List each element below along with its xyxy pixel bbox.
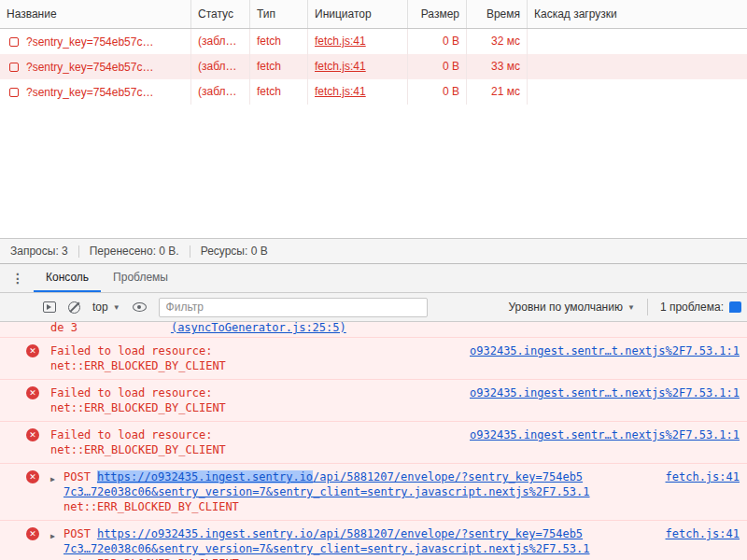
issues-counter[interactable]: 1 проблема: bbox=[660, 301, 741, 314]
request-time: 32 мс bbox=[467, 29, 528, 54]
context-selector[interactable]: top ▼ bbox=[92, 301, 120, 314]
expand-icon[interactable]: ▶ bbox=[50, 529, 55, 544]
tab-console-label: Консоль bbox=[46, 271, 89, 284]
error-text: ▶POSThttps://o932435.ingest.sentry.io/ap… bbox=[50, 469, 655, 514]
error-line: net::ERR_BLOCKED_BY_CLIENT bbox=[50, 359, 226, 372]
error-line: net::ERR_BLOCKED_BY_CLIENT bbox=[50, 401, 226, 414]
expand-icon[interactable]: ▶ bbox=[50, 472, 55, 487]
request-name: ?sentry_key=754eb57c… bbox=[0, 79, 191, 105]
blocked-request-icon bbox=[9, 37, 19, 47]
issues-counter-label: 1 проблема: bbox=[660, 301, 724, 314]
tab-issues-label: Проблемы bbox=[113, 271, 168, 284]
column-header-time[interactable]: Время bbox=[467, 0, 528, 28]
request-name: ?sentry_key=754eb57c… bbox=[0, 54, 191, 79]
error-icon: ✕ bbox=[26, 428, 39, 441]
column-header-name[interactable]: Название bbox=[0, 0, 191, 28]
request-initiator-link[interactable]: fetch.js:41 bbox=[315, 60, 366, 73]
console-filter-input[interactable] bbox=[159, 298, 428, 317]
error-line: Failed to load resource: bbox=[50, 344, 212, 357]
request-type: fetch bbox=[250, 79, 308, 105]
summary-requests: Запросы: 3 bbox=[0, 245, 79, 258]
network-summary-bar: Запросы: 3 Перенесено: 0 B. Ресурсы: 0 B bbox=[0, 238, 747, 263]
network-request-row[interactable]: ?sentry_key=754eb57c… (забл… fetch fetch… bbox=[0, 79, 747, 105]
request-method: POST bbox=[63, 470, 91, 483]
request-name-text: ?sentry_key=754eb57c… bbox=[26, 30, 153, 54]
clear-console-icon[interactable] bbox=[68, 301, 80, 314]
log-levels-label: Уровни по умолчанию bbox=[508, 301, 623, 314]
blocked-request-icon bbox=[9, 63, 19, 72]
request-name-text: ?sentry_key=754eb57c… bbox=[26, 55, 153, 79]
error-icon: ✕ bbox=[26, 527, 39, 540]
column-header-status[interactable]: Статус bbox=[191, 0, 250, 28]
request-size: 0 B bbox=[408, 29, 467, 54]
url-rest: /api/5881207/envelope/?sentry_key=754eb5 bbox=[313, 470, 583, 483]
error-text: ▶POSThttps://o932435.ingest.sentry.io/ap… bbox=[50, 526, 655, 560]
console-error-message: ✕ Failed to load resource: net::ERR_BLOC… bbox=[0, 422, 747, 464]
request-status: (забл… bbox=[191, 79, 250, 105]
network-request-row[interactable]: ?sentry_key=754eb57c… (забл… fetch fetch… bbox=[0, 29, 747, 54]
source-link[interactable]: fetch.js:41 bbox=[666, 526, 740, 541]
request-url-link[interactable]: https://o932435.ingest.sentry.io/api/588… bbox=[97, 527, 583, 540]
context-selector-label: top bbox=[92, 301, 108, 314]
request-status: (забл… bbox=[191, 54, 250, 79]
request-method: POST bbox=[63, 527, 91, 540]
issues-icon bbox=[729, 301, 741, 313]
chevron-down-icon: ▼ bbox=[627, 303, 635, 312]
network-request-row[interactable]: ?sentry_key=754eb57c… (забл… fetch fetch… bbox=[0, 54, 747, 79]
error-text: Failed to load resource: net::ERR_BLOCKE… bbox=[50, 385, 458, 415]
source-link[interactable]: o932435.ingest.sentr…t.nextjs%2F7.53.1:1 bbox=[470, 343, 740, 358]
tab-console[interactable]: Консоль bbox=[34, 264, 101, 292]
network-table-header: Название Статус Тип Инициатор Размер Вре… bbox=[0, 0, 747, 29]
request-type: fetch bbox=[250, 29, 308, 54]
request-url-link[interactable]: 7c3…72e038c06&sentry_version=7&sentry_cl… bbox=[63, 485, 590, 498]
column-header-waterfall[interactable]: Каскад загрузки bbox=[528, 0, 747, 28]
error-line: net::ERR_BLOCKED_BY_CLIENT bbox=[63, 500, 239, 513]
console-error-message-post: ✕ ▶POSThttps://o932435.ingest.sentry.io/… bbox=[0, 464, 747, 521]
summary-transferred: Перенесено: 0 B. bbox=[79, 245, 190, 258]
stack-frame-link[interactable]: (asyncToGenerator.js:25:5) bbox=[171, 322, 346, 335]
console-sidebar-icon[interactable] bbox=[43, 301, 56, 313]
source-link[interactable]: fetch.js:41 bbox=[666, 469, 740, 484]
blocked-request-icon bbox=[9, 88, 19, 97]
error-text: Failed to load resource: net::ERR_BLOCKE… bbox=[50, 343, 458, 373]
console-error-message: ✕ Failed to load resource: net::ERR_BLOC… bbox=[0, 338, 747, 380]
request-time: 21 мс bbox=[467, 79, 528, 105]
network-panel: Название Статус Тип Инициатор Размер Вре… bbox=[0, 0, 747, 263]
column-header-type[interactable]: Тип bbox=[250, 0, 308, 28]
network-empty-area bbox=[0, 105, 747, 238]
console-message-partial: de 3 (asyncToGenerator.js:25:5) bbox=[0, 322, 747, 338]
console-drawer: ⋮ Консоль Проблемы top ▼ Уровни по умолч… bbox=[0, 263, 747, 560]
error-line: net::ERR_BLOCKED_BY_CLIENT bbox=[50, 443, 226, 456]
source-link[interactable]: o932435.ingest.sentr…t.nextjs%2F7.53.1:1 bbox=[470, 427, 740, 442]
console-error-message-post: ✕ ▶POSThttps://o932435.ingest.sentry.io/… bbox=[0, 521, 747, 560]
chevron-down-icon: ▼ bbox=[113, 303, 120, 312]
toolbar-separator bbox=[647, 299, 648, 315]
drawer-menu-icon[interactable]: ⋮ bbox=[11, 271, 24, 286]
drawer-tab-bar: ⋮ Консоль Проблемы bbox=[0, 264, 747, 293]
waterfall-cell bbox=[528, 54, 747, 79]
log-levels-dropdown[interactable]: Уровни по умолчанию ▼ bbox=[508, 301, 634, 314]
column-header-size[interactable]: Размер bbox=[408, 0, 467, 28]
request-url-link[interactable]: 7c3…72e038c06&sentry_version=7&sentry_cl… bbox=[63, 542, 590, 555]
request-size: 0 B bbox=[408, 54, 467, 79]
error-text: Failed to load resource: net::ERR_BLOCKE… bbox=[50, 427, 458, 457]
live-expression-eye-icon[interactable] bbox=[133, 302, 147, 312]
request-time: 33 мс bbox=[467, 54, 528, 79]
request-name: ?sentry_key=754eb57c… bbox=[0, 29, 191, 54]
console-messages: de 3 (asyncToGenerator.js:25:5) ✕ Failed… bbox=[0, 322, 747, 560]
column-header-initiator[interactable]: Инициатор bbox=[308, 0, 408, 28]
error-icon: ✕ bbox=[26, 470, 39, 483]
url-selection: https://o932435.ingest.sentry.io bbox=[97, 470, 313, 483]
request-size: 0 B bbox=[408, 79, 467, 105]
source-link[interactable]: o932435.ingest.sentr…t.nextjs%2F7.53.1:1 bbox=[470, 385, 740, 400]
summary-resources: Ресурсы: 0 B bbox=[190, 245, 278, 258]
request-url-link[interactable]: https://o932435.ingest.sentry.io/api/588… bbox=[97, 470, 583, 483]
request-initiator-link[interactable]: fetch.js:41 bbox=[315, 35, 366, 48]
error-line: Failed to load resource: bbox=[50, 386, 212, 399]
tab-issues[interactable]: Проблемы bbox=[101, 264, 180, 292]
error-icon: ✕ bbox=[26, 344, 39, 357]
request-initiator-link[interactable]: fetch.js:41 bbox=[315, 85, 366, 98]
waterfall-cell bbox=[528, 29, 747, 54]
request-name-text: ?sentry_key=754eb57c… bbox=[26, 80, 153, 105]
console-error-message: ✕ Failed to load resource: net::ERR_BLOC… bbox=[0, 380, 747, 422]
